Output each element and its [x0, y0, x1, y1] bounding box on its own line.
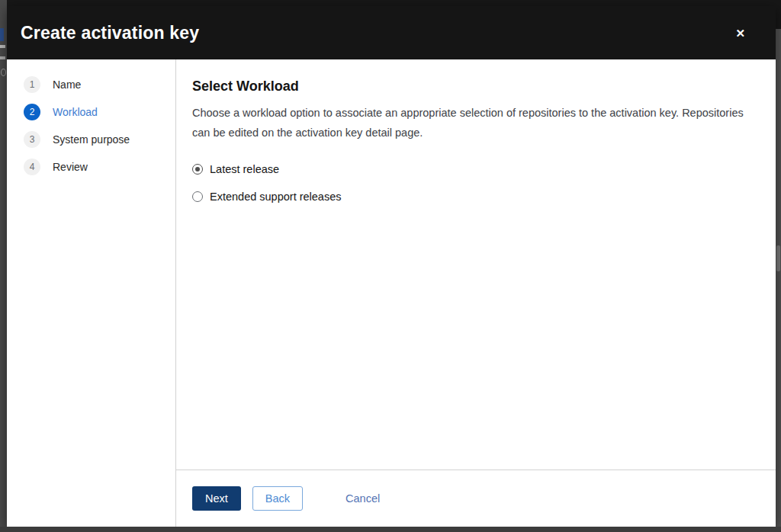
radio-button-icon[interactable]: [192, 164, 203, 175]
step-label: Name: [53, 79, 81, 91]
step-label: Review: [53, 161, 88, 173]
workload-step-content: Select Workload Choose a workload option…: [176, 59, 776, 470]
step-number-badge: 3: [24, 131, 40, 148]
next-button[interactable]: Next: [192, 486, 241, 511]
background-page-fragment: [1, 69, 6, 76]
background-page-left-edge: [0, 0, 7, 532]
step-description: Choose a workload option to associate an…: [192, 103, 753, 143]
radio-extended-support-releases[interactable]: Extended support releases: [192, 191, 753, 203]
scrollbar-thumb: [776, 245, 780, 271]
wizard-step-workload[interactable]: 2 Workload: [24, 104, 175, 120]
wizard-step-name[interactable]: 1 Name: [24, 76, 175, 93]
background-page-fragment: [0, 56, 5, 59]
step-label: Workload: [53, 106, 98, 118]
step-label: System purpose: [53, 133, 130, 146]
background-page-scrollbar: [776, 29, 781, 532]
step-number-badge: 2: [24, 104, 40, 120]
radio-label: Latest release: [210, 163, 279, 175]
wizard-step-review[interactable]: 4 Review: [24, 159, 175, 175]
step-number-badge: 4: [24, 159, 40, 175]
wizard-footer: Next Back Cancel: [176, 470, 776, 527]
background-page-fragment: [0, 28, 4, 41]
wizard-main-pane: Select Workload Choose a workload option…: [176, 59, 776, 527]
modal-title: Create activation key: [21, 23, 199, 43]
back-button[interactable]: Back: [252, 486, 303, 511]
close-icon[interactable]: ✕: [731, 23, 750, 43]
modal-body: 1 Name 2 Workload 3 System purpose 4 Rev…: [7, 59, 776, 527]
modal-header: Create activation key ✕: [7, 6, 776, 59]
background-page-bottom: [0, 527, 781, 532]
workload-radio-group: Latest release Extended support releases: [192, 163, 753, 203]
wizard-step-nav: 1 Name 2 Workload 3 System purpose 4 Rev…: [7, 59, 176, 527]
radio-button-icon[interactable]: [192, 191, 203, 202]
background-page-fragment: [0, 45, 5, 48]
cancel-button[interactable]: Cancel: [346, 487, 380, 510]
page-title: Select Workload: [192, 79, 753, 95]
step-number-badge: 1: [24, 76, 40, 93]
radio-latest-release[interactable]: Latest release: [192, 163, 753, 175]
radio-label: Extended support releases: [210, 191, 342, 203]
wizard-step-system-purpose[interactable]: 3 System purpose: [24, 131, 175, 148]
create-activation-key-modal: Create activation key ✕ 1 Name 2 Workloa…: [7, 6, 776, 527]
